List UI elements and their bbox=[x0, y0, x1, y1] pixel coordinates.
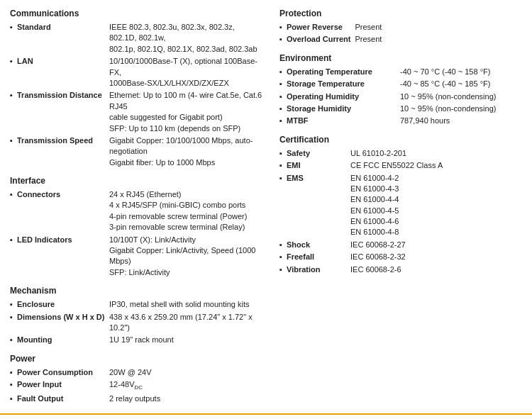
bullet: ▪ bbox=[279, 103, 287, 115]
bullet: ▪ bbox=[10, 234, 17, 279]
value-storage-humidity: 10 ~ 95% (non-condensing) bbox=[400, 103, 522, 115]
section-title-power: Power bbox=[10, 354, 265, 364]
table-row: ▪ EMI CE FCC EN55022 Class A bbox=[279, 160, 522, 172]
value-fault-output: 2 relay outputs bbox=[109, 393, 265, 405]
section-title-interface: Interface bbox=[10, 176, 265, 186]
bullet: ▪ bbox=[279, 172, 287, 239]
table-row: ▪ Power Consumption 20W @ 24V bbox=[10, 367, 265, 379]
bullet: ▪ bbox=[10, 89, 17, 135]
bullet: ▪ bbox=[10, 55, 17, 89]
label-power-reverse: Power Reverse bbox=[287, 21, 355, 33]
right-column: Protection ▪ Power Reverse Present ▪ Ove… bbox=[272, 9, 522, 406]
bullet: ▪ bbox=[279, 78, 287, 90]
label-enclosure: Enclosure bbox=[17, 298, 109, 311]
value-overload-current: Present bbox=[355, 33, 522, 45]
bullet: ▪ bbox=[279, 91, 287, 103]
label-safety: Safety bbox=[287, 147, 350, 160]
table-row: ▪ Fault Output 2 relay outputs bbox=[10, 393, 265, 405]
table-row: ▪ Standard IEEE 802.3, 802.3u, 802.3x, 8… bbox=[10, 21, 265, 55]
table-row: ▪ Dimensions (W x H x D) 438 x 43.6 x 25… bbox=[10, 311, 265, 335]
environment-table: ▪ Operating Temperature -40 ~ 70 °C (-40… bbox=[279, 66, 522, 128]
label-led: LED Indicators bbox=[17, 234, 109, 279]
bullet: ▪ bbox=[10, 334, 17, 346]
bullet: ▪ bbox=[279, 251, 287, 263]
value-operating-temp: -40 ~ 70 °C (-40 ~ 158 °F) bbox=[400, 66, 522, 78]
value-lan: 10/100/1000Base-T (X), optional 100Base-… bbox=[109, 55, 265, 89]
bullet: ▪ bbox=[10, 135, 17, 169]
value-led: 10/100T (X): Link/ActivityGigabit Copper… bbox=[109, 234, 265, 279]
table-row: ▪ Freefall IEC 60068-2-32 bbox=[279, 251, 522, 263]
table-row: ▪ LED Indicators 10/100T (X): Link/Activ… bbox=[10, 234, 265, 279]
bullet: ▪ bbox=[279, 66, 287, 78]
value-ems: EN 61000-4-2EN 61000-4-3EN 61000-4-4EN 6… bbox=[350, 172, 522, 239]
label-dimensions: Dimensions (W x H x D) bbox=[17, 311, 109, 335]
label-shock: Shock bbox=[287, 239, 350, 251]
bullet: ▪ bbox=[279, 147, 287, 160]
bullet: ▪ bbox=[10, 393, 17, 405]
label-mounting: Mounting bbox=[17, 334, 109, 346]
label-mtbf: MTBF bbox=[287, 115, 400, 127]
label-operating-temp: Operating Temperature bbox=[287, 66, 400, 78]
table-row: ▪ Mounting 1U 19" rack mount bbox=[10, 334, 265, 346]
interface-table: ▪ Connectors 24 x RJ45 (Ethernet)4 x RJ4… bbox=[10, 189, 265, 279]
left-column: Communications ▪ Standard IEEE 802.3, 80… bbox=[10, 9, 272, 406]
label-ems: EMS bbox=[287, 172, 350, 239]
bullet: ▪ bbox=[10, 379, 17, 392]
table-row: ▪ MTBF 787,940 hours bbox=[279, 115, 522, 127]
value-enclosure: IP30, metal shell with solid mounting ki… bbox=[109, 298, 265, 311]
mechanism-table: ▪ Enclosure IP30, metal shell with solid… bbox=[10, 298, 265, 347]
table-row: ▪ EMS EN 61000-4-2EN 61000-4-3EN 61000-4… bbox=[279, 172, 522, 239]
bullet: ▪ bbox=[279, 264, 287, 276]
value-mtbf: 787,940 hours bbox=[400, 115, 522, 127]
label-standard: Standard bbox=[17, 21, 109, 55]
value-shock: IEC 60068-2-27 bbox=[350, 239, 522, 251]
section-title-protection: Protection bbox=[279, 9, 522, 18]
table-row: ▪ Connectors 24 x RJ45 (Ethernet)4 x RJ4… bbox=[10, 189, 265, 234]
table-row: ▪ Vibration IEC 60068-2-6 bbox=[279, 264, 522, 276]
section-title-mechanism: Mechanism bbox=[10, 286, 265, 296]
label-tx-distance: Transmission Distance bbox=[17, 89, 109, 135]
content-area: Communications ▪ Standard IEEE 802.3, 80… bbox=[0, 0, 532, 413]
table-row: ▪ Transmission Speed Gigabit Copper: 10/… bbox=[10, 135, 265, 169]
label-storage-humidity: Storage Humidity bbox=[287, 103, 400, 115]
label-fault-output: Fault Output bbox=[17, 393, 109, 405]
table-row: ▪ Transmission Distance Ethernet: Up to … bbox=[10, 89, 265, 135]
bullet: ▪ bbox=[279, 160, 287, 172]
main-content: Communications ▪ Standard IEEE 802.3, 80… bbox=[0, 0, 532, 413]
value-operating-humidity: 10 ~ 95% (non-condensing) bbox=[400, 91, 522, 103]
bullet: ▪ bbox=[279, 33, 287, 45]
communications-table: ▪ Standard IEEE 802.3, 802.3u, 802.3x, 8… bbox=[10, 21, 265, 169]
bullet: ▪ bbox=[10, 311, 17, 335]
label-connectors: Connectors bbox=[17, 189, 109, 234]
label-vibration: Vibration bbox=[287, 264, 350, 276]
bullet: ▪ bbox=[279, 115, 287, 127]
table-row: ▪ Storage Temperature -40 ~ 85 °C (-40 ~… bbox=[279, 78, 522, 90]
section-title-communications: Communications bbox=[10, 9, 265, 18]
label-freefall: Freefall bbox=[287, 251, 350, 263]
bullet: ▪ bbox=[10, 298, 17, 311]
label-storage-temp: Storage Temperature bbox=[287, 78, 400, 90]
bullet: ▪ bbox=[10, 189, 17, 234]
value-tx-distance: Ethernet: Up to 100 m (4- wire Cat.5e, C… bbox=[109, 89, 265, 135]
label-operating-humidity: Operating Humidity bbox=[287, 91, 400, 103]
table-row: ▪ Storage Humidity 10 ~ 95% (non-condens… bbox=[279, 103, 522, 115]
label-power-consumption: Power Consumption bbox=[17, 367, 109, 379]
power-table: ▪ Power Consumption 20W @ 24V ▪ Power In… bbox=[10, 367, 265, 405]
bullet: ▪ bbox=[10, 367, 17, 379]
value-freefall: IEC 60068-2-32 bbox=[350, 251, 522, 263]
table-row: ▪ Overload Current Present bbox=[279, 33, 522, 45]
value-mounting: 1U 19" rack mount bbox=[109, 334, 265, 346]
value-safety: UL 61010-2-201 bbox=[350, 147, 522, 160]
protection-table: ▪ Power Reverse Present ▪ Overload Curre… bbox=[279, 21, 522, 46]
value-dimensions: 438 x 43.6 x 259.20 mm (17.24" x 1.72" x… bbox=[109, 311, 265, 335]
label-lan: LAN bbox=[17, 55, 109, 89]
value-standard: IEEE 802.3, 802.3u, 802.3x, 802.3z, 802.… bbox=[109, 21, 265, 55]
value-vibration: IEC 60068-2-6 bbox=[350, 264, 522, 276]
value-connectors: 24 x RJ45 (Ethernet)4 x RJ45/SFP (mini-G… bbox=[109, 189, 265, 234]
table-row: ▪ Operating Temperature -40 ~ 70 °C (-40… bbox=[279, 66, 522, 78]
table-row: ▪ Power Input 12-48VDC bbox=[10, 379, 265, 392]
section-title-environment: Environment bbox=[279, 53, 522, 63]
section-title-certification: Certification bbox=[279, 135, 522, 145]
certification-table: ▪ Safety UL 61010-2-201 ▪ EMI CE FCC EN5… bbox=[279, 147, 522, 276]
table-row: ▪ Safety UL 61010-2-201 bbox=[279, 147, 522, 160]
